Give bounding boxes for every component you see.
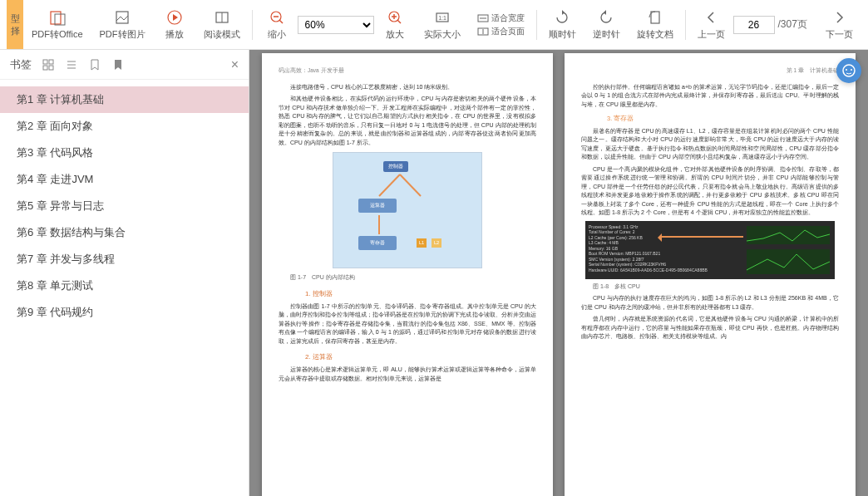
zoom-in-button[interactable]: 放大: [374, 5, 416, 44]
bookmark-item[interactable]: 第5 章 异常与日志: [0, 193, 249, 219]
rotate-doc-label: 旋转文档: [637, 28, 673, 41]
pdf-image-icon: [113, 8, 131, 27]
cpu-diagram-figure: 控制器 运算器 寄存器 L1 L2: [333, 152, 482, 268]
zoom-out-label: 缩小: [268, 28, 286, 41]
bookmark-solid-icon[interactable]: [111, 58, 125, 71]
body-text: 控制器由图 1-7 中所示的控制单元、指令译码器、指令寄存器组成。其中控制单元是…: [279, 302, 536, 346]
read-mode-label: 阅读模式: [204, 28, 240, 41]
svg-line-30: [379, 174, 400, 196]
select-label: 择: [7, 25, 23, 37]
body-text: CPU 与内存的执行速度存在巨大的鸿沟，如图 1-8 所示的 L2 和 L3 分…: [581, 294, 839, 312]
bookmarks-sidebar: 书签 × 第1 章 计算机基础 第2 章 面向对象 第3 章 代码风格 第4 章…: [0, 50, 249, 496]
chevron-right-icon: [831, 8, 849, 27]
svg-rect-1: [55, 14, 65, 25]
collapse-icon[interactable]: [65, 58, 78, 71]
bookmark-item[interactable]: 第2 章 面向对象: [0, 113, 249, 140]
next-page-button[interactable]: 下一页: [817, 5, 861, 44]
bookmark-item[interactable]: 第4 章 走进JVM: [0, 166, 249, 193]
main-toolbar: 型 择 PDF转Office PDF转图片 播放 阅读模式 缩小 60% 放大 …: [0, 0, 868, 50]
figure-caption: 图 1-8 多核 CPU: [581, 282, 839, 292]
fit-width-icon: [477, 14, 489, 22]
play-label: 播放: [165, 28, 184, 41]
actual-size-icon: 1:1: [433, 8, 451, 27]
separator: [536, 10, 537, 40]
rotate-cw-button[interactable]: 顺时针: [540, 5, 584, 44]
body-text: CPU 是一个高内聚的模块化组件，它对外部其他硬件设备的时序协调、指令控制、存取…: [581, 165, 839, 218]
bookmark-item[interactable]: 第9 章 代码规约: [0, 299, 249, 326]
zoom-out-icon: [268, 8, 286, 27]
ai-assistant-button[interactable]: [836, 58, 861, 83]
svg-point-33: [843, 65, 855, 76]
bookmark-add-icon[interactable]: [88, 58, 101, 71]
rotate-doc-icon: [646, 8, 664, 27]
bookmark-item[interactable]: 第6 章 数据结构与集合: [0, 219, 249, 246]
cpu-graph: [747, 226, 830, 244]
next-page-label: 下一页: [826, 28, 853, 41]
cpu-specs: Processor Speed: 3.1 GHz Total Number of…: [589, 224, 708, 273]
arrow-annotation: [660, 236, 743, 238]
play-icon: [165, 8, 184, 27]
rotate-ccw-icon: [597, 8, 615, 27]
actual-size-button[interactable]: 1:1 实际大小: [416, 5, 469, 44]
zoom-in-icon: [386, 8, 404, 27]
zoom-out-button[interactable]: 缩小: [256, 5, 298, 44]
body-text: 控的执行部件。任何编程语言诸如 a+b 的算术运算，无论字节码指令，还是汇编指令…: [581, 83, 839, 110]
svg-rect-23: [43, 60, 47, 64]
fit-width-page-button[interactable]: 适合宽度 适合页面: [469, 9, 533, 41]
svg-rect-25: [43, 66, 47, 70]
svg-point-35: [851, 69, 852, 71]
rotate-ccw-label: 逆时针: [593, 28, 620, 41]
page-total-label: /307页: [778, 17, 807, 32]
pdf-page-right: 第 1 章 计算机基础 控的执行部件。任何编程语言诸如 a+b 的算术运算，无论…: [565, 53, 856, 496]
play-button[interactable]: 播放: [154, 5, 195, 44]
fit-width-label: 适合宽度: [491, 13, 525, 22]
bookmark-item[interactable]: 第1 章 计算机基础: [0, 86, 249, 113]
page-header: 码出高效：Java 开发手册: [279, 66, 536, 75]
rotate-ccw-button[interactable]: 逆时针: [584, 5, 629, 44]
pdf-image-label: PDF转图片: [100, 28, 145, 41]
expand-icon[interactable]: [42, 58, 55, 71]
actual-size-label: 实际大小: [424, 28, 461, 41]
svg-marker-20: [562, 10, 565, 15]
cpu-graph: [747, 249, 830, 274]
pdf-page-left: 码出高效：Java 开发手册 连接电路信号，CPU 核心的工艺极度精密，达到 1…: [262, 53, 553, 496]
read-mode-button[interactable]: 阅读模式: [195, 5, 249, 44]
svg-rect-0: [51, 12, 61, 24]
svg-line-9: [279, 20, 283, 23]
bookmark-item[interactable]: 第3 章 代码风格: [0, 140, 249, 166]
svg-line-13: [397, 20, 401, 23]
svg-rect-24: [49, 60, 53, 64]
svg-rect-22: [651, 12, 659, 23]
body-text: 连接电路信号，CPU 核心的工艺极度精密，达到 10 纳米级别。: [279, 83, 536, 92]
svg-line-31: [400, 174, 421, 196]
close-sidebar-icon[interactable]: ×: [231, 57, 239, 72]
bookmark-item[interactable]: 第7 章 并发与多线程: [0, 246, 249, 273]
type-label: 型: [7, 12, 23, 25]
pdf-office-label: PDF转Office: [32, 28, 83, 41]
read-mode-icon: [213, 8, 231, 27]
pdf-to-office-button[interactable]: PDF转Office: [23, 5, 91, 44]
rotate-cw-icon: [553, 8, 571, 27]
chevron-left-icon: [702, 8, 720, 27]
separator: [685, 10, 686, 40]
separator: [252, 10, 253, 40]
document-viewport[interactable]: 码出高效：Java 开发手册 连接电路信号，CPU 核心的工艺极度精密，达到 1…: [249, 50, 868, 496]
svg-text:1:1: 1:1: [438, 15, 446, 21]
prev-page-label: 上一页: [698, 28, 725, 41]
svg-point-34: [846, 69, 847, 71]
bookmark-item[interactable]: 第8 章 单元测试: [0, 273, 249, 299]
pdf-office-icon: [48, 8, 67, 27]
section-title: 3. 寄存器: [594, 114, 839, 123]
rotate-doc-button[interactable]: 旋转文档: [629, 5, 682, 44]
body-text: 和其他硬件设备相比，在实际代码的运行环境中，CPU 与内存是密切相关的两个硬件设…: [279, 95, 536, 147]
sidebar-title: 书签: [10, 57, 32, 72]
prev-page-button[interactable]: 上一页: [689, 5, 733, 44]
page-number-input[interactable]: [733, 16, 775, 34]
page-header: 第 1 章 计算机基础: [581, 66, 839, 75]
figure-caption: 图 1-7 CPU 的内部结构: [279, 273, 536, 282]
svg-rect-26: [49, 66, 53, 70]
zoom-select[interactable]: 60%: [298, 16, 374, 34]
section-title: 2. 运算器: [292, 352, 536, 362]
pdf-to-image-button[interactable]: PDF转图片: [91, 5, 154, 44]
body-text: 曾几何时，内存就是系统资源的代名词，它是其他硬件设备与 CPU 沟通的桥梁，计算…: [581, 315, 839, 341]
